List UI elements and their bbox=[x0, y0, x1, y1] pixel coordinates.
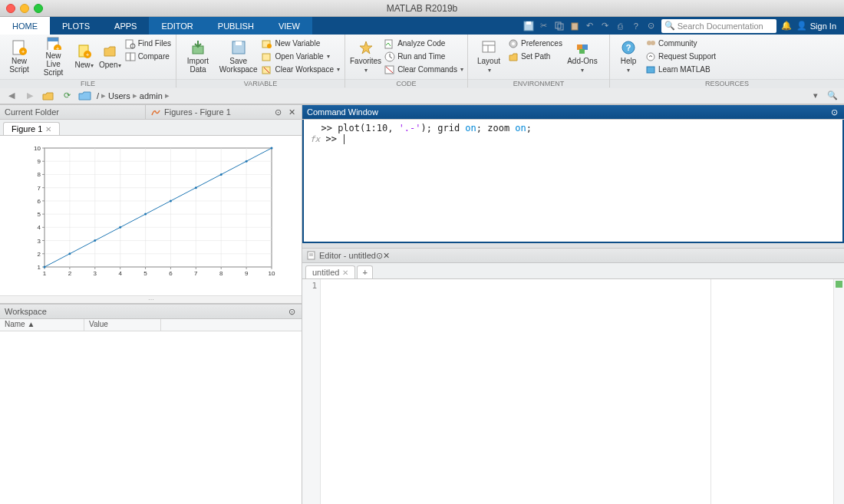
editor-close-icon[interactable]: ✕ bbox=[383, 251, 390, 261]
address-search-icon[interactable]: 🔍 bbox=[826, 89, 839, 103]
redo-icon[interactable]: ↷ bbox=[600, 21, 611, 31]
workspace-panel-header[interactable]: Workspace ⊙ bbox=[0, 304, 302, 319]
new-button[interactable]: +New▾ bbox=[73, 37, 96, 77]
layout-button[interactable]: Layout▾ bbox=[473, 37, 505, 77]
editor-new-tab-button[interactable]: + bbox=[357, 265, 372, 278]
preferences-button[interactable]: Preferences bbox=[508, 37, 562, 50]
workspace-col-name[interactable]: Name ▲ bbox=[0, 319, 84, 331]
minimize-ribbon-icon[interactable]: ⊙ bbox=[646, 21, 657, 31]
tab-apps[interactable]: APPS bbox=[102, 17, 149, 35]
window-minimize-button[interactable] bbox=[20, 4, 29, 13]
save-icon[interactable] bbox=[523, 21, 534, 31]
sign-in-label: Sign In bbox=[810, 21, 836, 31]
breadcrumb-admin[interactable]: admin bbox=[140, 91, 163, 100]
svg-rect-24 bbox=[262, 54, 270, 61]
matlab-figure-icon bbox=[150, 107, 161, 117]
fx-icon[interactable]: fx bbox=[310, 134, 320, 144]
figures-panel-header[interactable]: Figures - Figure 1 ⊙ ✕ bbox=[146, 104, 302, 120]
open-button[interactable]: Open▾ bbox=[99, 37, 122, 77]
folder-history-icon[interactable]: ⟳ bbox=[60, 89, 74, 103]
figures-panel: Figure 1 ✕ 1234567891012345678910 ⋯ bbox=[0, 120, 302, 303]
window-title: MATLAB R2019b bbox=[387, 3, 458, 14]
figures-close-icon[interactable]: ✕ bbox=[286, 107, 297, 117]
svg-rect-31 bbox=[483, 41, 495, 52]
editor-actions-icon[interactable]: ⊙ bbox=[376, 251, 383, 261]
help-button[interactable]: ?Help▾ bbox=[615, 37, 642, 77]
window-zoom-button[interactable] bbox=[34, 4, 43, 13]
figures-actions-icon[interactable]: ⊙ bbox=[272, 107, 283, 117]
back-button[interactable]: ◀ bbox=[5, 89, 18, 103]
sign-in-button[interactable]: 👤 Sign In bbox=[796, 21, 836, 31]
command-window-actions-icon[interactable]: ⊙ bbox=[829, 107, 839, 117]
svg-point-43 bbox=[647, 53, 654, 61]
section-variable-label: VARIABLE bbox=[176, 79, 345, 88]
svg-text:3: 3 bbox=[94, 270, 97, 277]
editor-text-area[interactable] bbox=[321, 279, 710, 504]
layout-label: Layout bbox=[477, 57, 500, 65]
workspace-actions-icon[interactable]: ⊙ bbox=[286, 306, 297, 317]
request-support-button[interactable]: Request Support bbox=[645, 50, 716, 63]
undo-icon[interactable]: ↶ bbox=[585, 21, 595, 31]
request-support-label: Request Support bbox=[658, 52, 716, 61]
import-data-button[interactable]: Import Data bbox=[181, 37, 215, 77]
command-window-body[interactable]: >> plot(1:10, '.-'); grid on; zoom on; f… bbox=[302, 120, 844, 243]
tab-view[interactable]: VIEW bbox=[266, 17, 312, 35]
copy-icon[interactable] bbox=[554, 21, 565, 31]
compare-button[interactable]: Compare bbox=[125, 50, 171, 63]
compare-label: Compare bbox=[138, 52, 170, 61]
cmd-text3: ; zoom bbox=[476, 123, 516, 133]
editor-tab-close-icon[interactable]: ✕ bbox=[342, 268, 348, 277]
editor-doc-icon bbox=[307, 251, 316, 260]
clear-workspace-button[interactable]: Clear Workspace ▾ bbox=[262, 63, 340, 76]
new-live-script-button[interactable]: +New Live Script bbox=[37, 37, 70, 77]
paste-icon[interactable] bbox=[569, 21, 580, 31]
svg-point-113 bbox=[220, 173, 223, 176]
tab-publish[interactable]: PUBLISH bbox=[206, 17, 266, 35]
addons-button[interactable]: Add-Ons▾ bbox=[565, 37, 599, 77]
editor-tab-untitled[interactable]: untitled ✕ bbox=[305, 265, 355, 278]
favorites-button[interactable]: Favorites▾ bbox=[350, 37, 381, 77]
clear-commands-button[interactable]: Clear Commands ▾ bbox=[384, 63, 463, 76]
window-close-button[interactable] bbox=[6, 4, 15, 13]
new-variable-button[interactable]: New Variable bbox=[262, 37, 340, 50]
editor-body[interactable]: 1 bbox=[302, 279, 844, 504]
find-files-button[interactable]: Find Files bbox=[125, 37, 171, 50]
workspace-body[interactable] bbox=[0, 331, 302, 504]
editor-panel-header[interactable]: Editor - untitled ⊙ ✕ bbox=[302, 248, 844, 263]
help-mini-icon[interactable]: ? bbox=[631, 21, 641, 31]
open-variable-button[interactable]: Open Variable ▾ bbox=[262, 50, 340, 63]
figure-tab-close-icon[interactable]: ✕ bbox=[45, 125, 51, 133]
tab-editor[interactable]: EDITOR bbox=[149, 17, 205, 35]
svg-text:?: ? bbox=[626, 43, 631, 52]
search-documentation-input[interactable]: 🔍 Search Documentation bbox=[661, 19, 776, 33]
workspace-col-value[interactable]: Value bbox=[84, 319, 161, 331]
svg-point-35 bbox=[512, 42, 515, 45]
command-window-header[interactable]: Command Window ⊙ bbox=[302, 104, 844, 120]
breadcrumb[interactable]: /▸ Users▸ admin▸ bbox=[97, 91, 170, 100]
bell-icon[interactable]: 🔔 bbox=[781, 21, 792, 31]
current-folder-title: Current Folder bbox=[5, 107, 59, 117]
figure-tab-1[interactable]: Figure 1 ✕ bbox=[3, 122, 60, 135]
new-script-button[interactable]: +New Script bbox=[5, 37, 34, 77]
community-button[interactable]: Community bbox=[645, 37, 716, 50]
tab-plots[interactable]: PLOTS bbox=[50, 17, 102, 35]
clear-workspace-label: Clear Workspace bbox=[275, 65, 334, 74]
figure-plot-area[interactable]: 1234567891012345678910 bbox=[0, 136, 302, 295]
cut-icon[interactable]: ✂ bbox=[539, 21, 549, 31]
breadcrumb-users[interactable]: Users bbox=[108, 91, 130, 100]
breadcrumb-root[interactable]: / bbox=[97, 91, 99, 100]
tab-home[interactable]: HOME bbox=[0, 17, 50, 35]
current-folder-icon[interactable] bbox=[78, 89, 92, 103]
save-workspace-button[interactable]: Save Workspace bbox=[218, 37, 259, 77]
up-folder-button[interactable] bbox=[41, 89, 55, 103]
run-and-time-button[interactable]: Run and Time bbox=[384, 50, 463, 63]
learn-matlab-button[interactable]: Learn MATLAB bbox=[645, 63, 716, 76]
current-folder-panel-header[interactable]: Current Folder bbox=[0, 104, 146, 120]
svg-rect-37 bbox=[582, 44, 588, 50]
editor-tab-label: untitled bbox=[312, 268, 339, 277]
set-path-button[interactable]: Set Path bbox=[508, 50, 562, 63]
address-dropdown-icon[interactable]: ▾ bbox=[809, 89, 823, 103]
print-icon[interactable]: ⎙ bbox=[615, 21, 626, 31]
forward-button[interactable]: ▶ bbox=[23, 89, 37, 103]
analyze-code-button[interactable]: Analyze Code bbox=[384, 37, 463, 50]
